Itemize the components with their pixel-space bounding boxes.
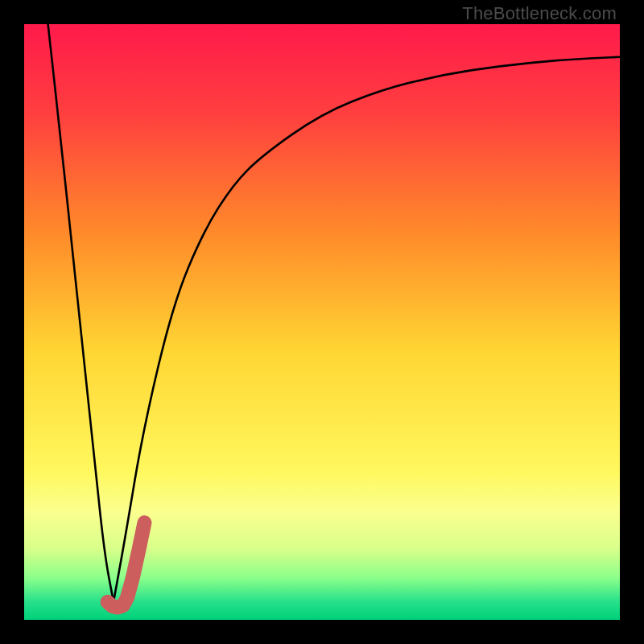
curve-left-branch <box>48 24 114 602</box>
curve-right-branch <box>114 57 620 602</box>
outer-frame: TheBottleneck.com <box>0 0 644 644</box>
watermark-text: TheBottleneck.com <box>462 3 617 24</box>
curve-layer <box>24 24 620 620</box>
plot-area <box>24 24 620 620</box>
